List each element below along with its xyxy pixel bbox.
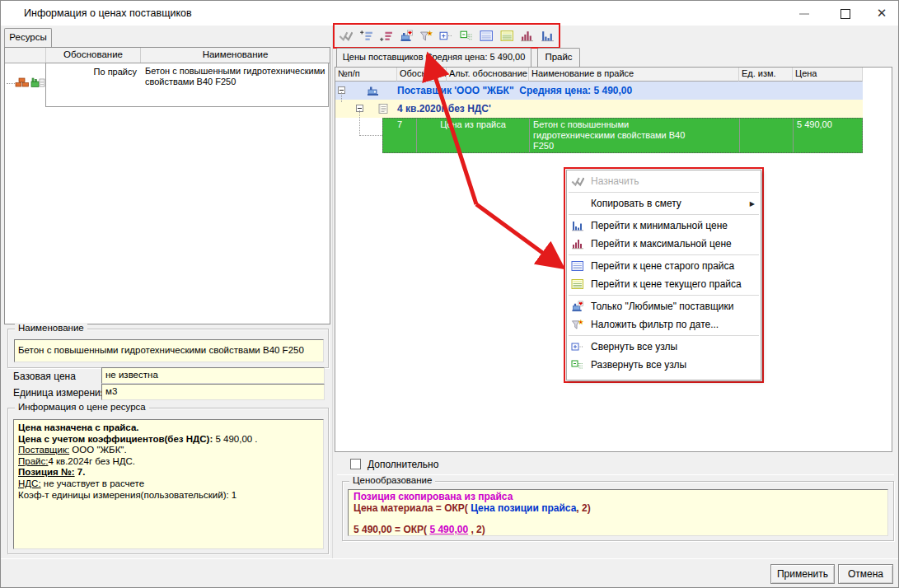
base-price-label: Базовая цена — [13, 371, 76, 382]
tree-leader — [7, 83, 15, 84]
tab-supplier-prices[interactable]: Цены поставщиков Средняя цена: 5 490,00 — [336, 48, 531, 67]
col-basis[interactable]: Обоснование — [397, 68, 447, 82]
menu-item-collapse-all[interactable]: Свернуть все узлы — [567, 338, 761, 356]
col-name[interactable]: Наименование в прайсе — [529, 68, 739, 82]
min-price-bars-icon — [571, 220, 588, 231]
tree-line — [359, 135, 382, 136]
info-line: Цена назначена с прайса. — [18, 422, 319, 434]
assign-check-icon — [571, 175, 588, 187]
additional-label: Дополнительно — [368, 459, 438, 470]
formula-line: 5 490,00 = ОКР( 5 490,00 , 2) — [354, 525, 883, 536]
price-row-selected[interactable]: 7 Цена из прайса Бетон с повышенными гид… — [382, 118, 863, 153]
assign-button[interactable] — [339, 29, 353, 43]
minimize-icon — [799, 13, 809, 15]
col-alt-basis[interactable]: Альт. обоснование — [447, 68, 529, 82]
resource-name-cell[interactable]: Бетон с повышенными гидротехническими св… — [145, 66, 328, 87]
tree-line — [359, 110, 360, 136]
price-info-text: Цена назначена с прайса. Цена с учетом к… — [13, 419, 324, 549]
current-price-button[interactable] — [500, 29, 514, 43]
old-price-box-icon — [480, 30, 494, 42]
supplier-prices-window: Информация о ценах поставщиков ✕ Ресурсы… — [0, 0, 899, 588]
close-button[interactable]: ✕ — [868, 4, 896, 22]
pricelist-group-label: 4 кв.2020г без НДС' — [397, 103, 491, 114]
resource-basis-cell[interactable]: По прайсу — [48, 67, 137, 77]
info-line: Прайс:4 кв.2024г без НДС. — [18, 456, 319, 468]
current-price-box-icon — [500, 30, 514, 42]
resource-col-icon[interactable] — [5, 48, 46, 63]
supplier-group-row[interactable]: Поставщик 'ООО "ЖБК" Средняя цена: 5 490… — [335, 82, 863, 100]
title-bar: Информация о ценах поставщиков ✕ — [1, 1, 898, 26]
assign-check-icon — [339, 30, 353, 42]
menu-separator — [569, 214, 759, 215]
expand-all-button[interactable] — [460, 29, 474, 43]
submenu-arrow-icon: ▶ — [750, 200, 755, 208]
menu-item-goto-old-price[interactable]: Перейти к цене старого прайса — [567, 257, 761, 275]
col-price[interactable]: Цена — [793, 68, 863, 82]
min-price-button[interactable] — [541, 29, 555, 43]
favorite-suppliers-button[interactable] — [399, 29, 413, 43]
collapse-all-button[interactable] — [439, 29, 453, 43]
apply-button[interactable]: Применить — [770, 564, 835, 584]
factory-heart-icon — [571, 301, 588, 312]
window-title: Информация о ценах поставщиков — [24, 7, 192, 19]
unit-label: Единица измерения — [13, 387, 105, 399]
cell-price: 5 490,00 — [794, 119, 864, 152]
max-price-bars-icon — [520, 30, 534, 42]
pricing-groupbox: Ценообразование Позиция скопирована из п… — [342, 481, 894, 541]
name-field[interactable]: Бетон с повышенными гидротехническими св… — [14, 339, 324, 362]
menu-item-goto-max-price[interactable]: Перейти к максимальной цене — [567, 235, 761, 253]
max-price-bars-icon — [571, 238, 588, 250]
collapse-level-icon — [379, 30, 393, 42]
resource-col-basis[interactable]: Обоснование — [46, 48, 141, 63]
bricks-and-machine-icon — [15, 76, 46, 89]
price-link[interactable]: 5 490,00 — [429, 524, 468, 535]
info-line: Поставщик: ООО "ЖБК". — [18, 445, 319, 456]
tree-line — [341, 92, 342, 102]
menu-item-copy-to-estimate[interactable]: Копировать в смету ▶ — [567, 194, 761, 212]
footer-separator — [1, 558, 899, 559]
info-line: НДС: не участвует в расчете — [18, 478, 319, 490]
unit-field[interactable]: м3 — [101, 384, 325, 400]
document-icon — [377, 103, 389, 114]
old-price-button[interactable] — [480, 29, 494, 43]
filter-star-icon — [571, 319, 588, 330]
context-menu: Назначить Копировать в смету ▶ Перейти к… — [566, 170, 761, 380]
minimize-button[interactable] — [790, 4, 818, 22]
name-group-label: Наименование — [15, 323, 87, 333]
max-price-button[interactable] — [520, 29, 534, 43]
additional-checkbox[interactable] — [350, 459, 361, 469]
menu-item-expand-all[interactable]: Развернуть все узлы — [567, 356, 761, 374]
base-price-field[interactable]: не известна — [101, 367, 325, 384]
pricelist-group-row[interactable]: 4 кв.2020г без НДС' — [335, 100, 863, 118]
tab-price-list[interactable]: Прайс — [537, 48, 580, 67]
expand-all-icon — [571, 359, 588, 371]
expand-all-icon — [460, 30, 474, 42]
expand-level-button[interactable] — [358, 29, 372, 43]
min-price-bars-icon — [541, 30, 555, 42]
menu-item-date-filter[interactable]: Наложить фильтр по дате... — [567, 315, 761, 334]
menu-item-goto-min-price[interactable]: Перейти к минимальной цене — [567, 217, 761, 235]
formula-line: Цена материала = ОКР( Цена позиции прайс… — [354, 503, 883, 515]
menu-item-assign[interactable]: Назначить — [567, 172, 761, 190]
factory-icon — [367, 84, 380, 96]
price-info-label: Информация о цене ресурса — [15, 402, 149, 412]
annotation-box-toolbar — [333, 23, 560, 49]
date-filter-button[interactable] — [419, 29, 433, 43]
menu-item-favorite-suppliers[interactable]: Только "Любимые" поставщики — [567, 297, 761, 315]
maximize-button[interactable] — [831, 4, 859, 22]
menu-item-goto-current-price[interactable]: Перейти к цене текущего прайса — [567, 275, 761, 293]
menu-separator — [569, 192, 759, 193]
col-num[interactable]: №п/п — [335, 68, 397, 82]
cancel-button[interactable]: Отмена — [838, 564, 893, 584]
expand-level-icon — [359, 30, 373, 42]
cell-num: 7 — [383, 119, 417, 152]
resource-col-name[interactable]: Наименование — [141, 48, 330, 63]
cell-name: Бетон с повышенными гидротехническими св… — [530, 119, 740, 152]
tab-resources[interactable]: Ресурсы — [4, 28, 52, 48]
collapse-level-button[interactable] — [379, 29, 393, 43]
factory-heart-icon — [400, 30, 414, 42]
collapse-all-icon — [439, 30, 453, 42]
old-price-box-icon — [571, 260, 588, 272]
col-unit[interactable]: Ед. изм. — [739, 68, 793, 82]
menu-separator — [569, 254, 759, 255]
